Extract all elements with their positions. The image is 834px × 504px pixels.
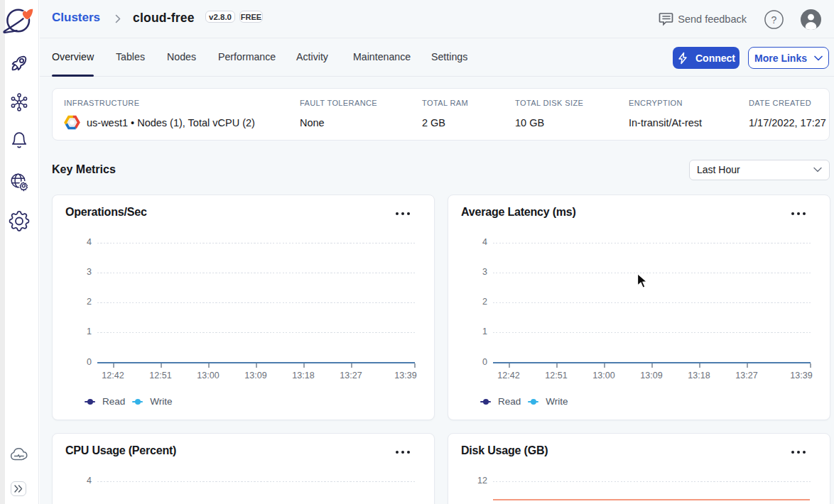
svg-text:?: ? (771, 13, 777, 25)
